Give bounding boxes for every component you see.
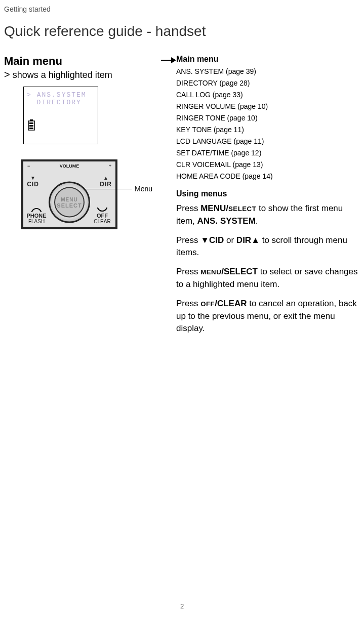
lcd-screen: > ANS.SYSTEM DIRECTORY — [23, 87, 98, 144]
instruction-2: Press ▼CID or DIR▲ to scroll through men… — [176, 234, 360, 259]
menu-item: LCD LANGUAGE (page 11) — [176, 136, 360, 147]
off-clear-key: OFF CLEAR — [90, 207, 114, 224]
menu-item: DIRECTORY (page 28) — [176, 77, 360, 89]
menu-item: SET DATE/TIME (page 12) — [176, 147, 360, 159]
menu-item: RINGER VOLUME (page 10) — [176, 101, 360, 112]
menu-item: CALL LOG (page 33) — [176, 89, 360, 101]
volume-label: VOLUME — [60, 163, 79, 169]
menu-item: KEY TONE (page 11) — [176, 124, 360, 136]
menu-item: RINGER TONE (page 10) — [176, 112, 360, 124]
center-select-label: SELECT — [57, 202, 82, 208]
page-title: Quick reference guide - handset — [4, 23, 360, 39]
svg-rect-4 — [29, 128, 33, 129]
highlight-note: > shows a highlighted item — [4, 69, 176, 80]
instruction-4: Press OFF/CLEAR to cancel an operation, … — [176, 298, 360, 335]
battery-icon — [28, 119, 35, 131]
dir-arrow-icon: ▲ — [97, 176, 114, 181]
flash-label: FLASH — [24, 219, 49, 224]
volume-plus-icon: + — [109, 163, 111, 169]
menu-item: HOME AREA CODE (page 14) — [176, 171, 360, 182]
phone-flash-key: PHONE FLASH — [24, 207, 49, 224]
off-label: OFF — [90, 213, 114, 219]
phone-label: PHONE — [24, 213, 49, 219]
svg-rect-2 — [29, 122, 33, 124]
arrow-pointer-icon — [161, 57, 176, 66]
volume-minus-icon: − — [27, 163, 30, 169]
svg-rect-3 — [29, 125, 33, 127]
svg-marker-6 — [171, 57, 176, 63]
cid-arrow-icon: ▼ — [24, 176, 42, 181]
center-menu-label: MENU — [61, 196, 77, 202]
highlight-text: shows a highlighted item — [13, 70, 112, 80]
menu-item: CLR VOICEMAIL (page 13) — [176, 159, 360, 171]
clear-label: CLEAR — [90, 219, 114, 224]
section-label: Getting started — [4, 5, 360, 13]
page-number: 2 — [180, 602, 184, 610]
lcd-caret: > — [27, 91, 32, 99]
menu-item: ANS. SYSTEM (page 39) — [176, 66, 360, 77]
instruction-1: Press MENU/SELECT to show the first menu… — [176, 202, 360, 227]
main-menu-list: ANS. SYSTEM (page 39) DIRECTORY (page 28… — [176, 66, 360, 182]
volume-bar: − VOLUME + — [23, 161, 115, 171]
cid-label: CID — [24, 181, 42, 188]
instruction-3: Press MENU/SELECT to select or save chan… — [176, 266, 360, 291]
handset-keypad: − VOLUME + ▼ CID ▲ DIR — [21, 159, 117, 229]
cid-key: ▼ CID — [24, 176, 42, 188]
menu-callout: Menu — [83, 185, 152, 193]
main-menu-heading-left: Main menu — [4, 55, 176, 68]
using-menus-heading: Using menus — [176, 189, 360, 198]
menu-callout-label: Menu — [135, 185, 152, 193]
lcd-line-1: ANS.SYSTEM — [37, 91, 87, 99]
main-menu-heading-right: Main menu — [176, 55, 360, 64]
lcd-line-2: DIRECTORY — [37, 99, 82, 106]
highlight-caret: > — [4, 69, 10, 80]
